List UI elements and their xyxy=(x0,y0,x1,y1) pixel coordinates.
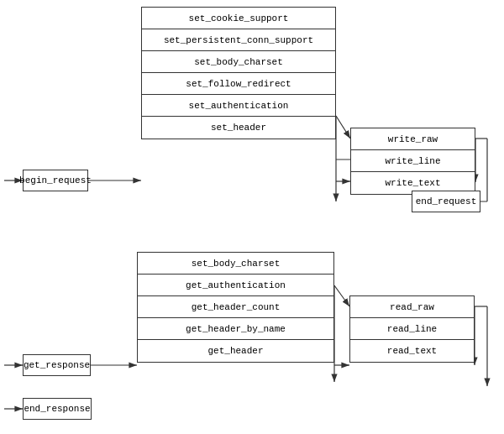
svg-line-4 xyxy=(336,116,350,139)
top-group2-item-2: write_line xyxy=(351,150,475,172)
top-group1-item-3: set_body_charset xyxy=(142,51,335,73)
bottom-group1-item-1: set_body_charset xyxy=(138,253,333,275)
svg-line-17 xyxy=(334,285,349,306)
bottom-group2-item-3: read_text xyxy=(350,340,474,362)
end-request-label: end_request xyxy=(416,196,477,207)
top-group1-item-4: set_follow_redirect xyxy=(142,73,335,95)
bottom-group1-item-5: get_header xyxy=(138,340,333,362)
top-group2-item-1: write_raw xyxy=(351,128,475,150)
top-group1: set_cookie_support set_persistent_conn_s… xyxy=(141,7,336,139)
begin-request-label: begin_request xyxy=(19,175,92,186)
diagram: begin_request set_cookie_support set_per… xyxy=(0,0,504,434)
get-response-label: get_response xyxy=(24,360,90,370)
top-group2: write_raw write_line write_text xyxy=(350,128,475,195)
bottom-group1: set_body_charset get_authentication get_… xyxy=(137,252,334,363)
bottom-group1-item-3: get_header_count xyxy=(138,296,333,318)
end-request-box: end_request xyxy=(412,191,480,212)
end-response-box: end_response xyxy=(23,398,92,420)
top-group1-item-6: set_header xyxy=(142,117,335,139)
top-group1-item-1: set_cookie_support xyxy=(142,8,335,29)
begin-request-box: begin_request xyxy=(23,170,88,191)
bottom-group2-item-2: read_line xyxy=(350,318,474,340)
bottom-group2-item-1: read_raw xyxy=(350,296,474,318)
bottom-group2: read_raw read_line read_text xyxy=(349,295,475,363)
bottom-group1-item-4: get_header_by_name xyxy=(138,318,333,340)
end-response-label: end_response xyxy=(24,404,90,414)
top-group1-item-5: set_authentication xyxy=(142,95,335,117)
get-response-box: get_response xyxy=(23,354,91,376)
top-group1-item-2: set_persistent_conn_support xyxy=(142,29,335,51)
bottom-group1-item-2: get_authentication xyxy=(138,275,333,296)
